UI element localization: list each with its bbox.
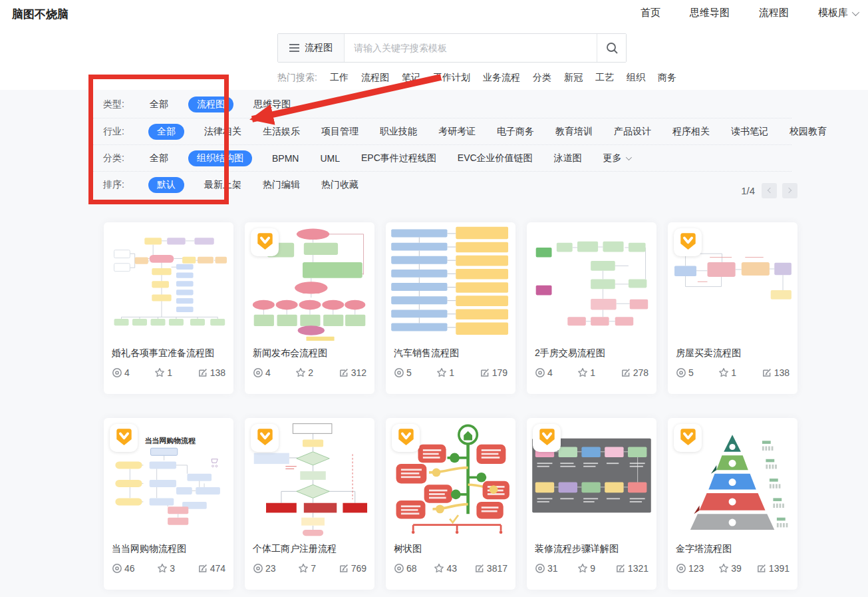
filter-option[interactable]: 校园教育 (788, 124, 828, 140)
prev-page-button[interactable] (762, 183, 777, 198)
filter-option[interactable]: 热门编辑 (261, 177, 301, 193)
hot-search-item[interactable]: 分类 (533, 72, 551, 84)
filter-option[interactable]: 泳道图 (553, 150, 583, 166)
template-grid: 婚礼各项事宜准备流程图41138 新闻发布会流程图42312 汽车销售流程图51… (104, 222, 797, 590)
chevron-down-icon (625, 154, 631, 160)
template-title: 当当网购物流程图 (104, 540, 233, 555)
views-count: 46 (124, 563, 135, 574)
filter-option[interactable]: 全部 (148, 124, 184, 140)
hot-search-item[interactable]: 工作计划 (433, 72, 470, 84)
template-card[interactable]: 汽车销售流程图51179 (386, 222, 515, 394)
search-input[interactable] (345, 34, 597, 62)
filter-option[interactable]: 程序相关 (671, 124, 711, 140)
filter-option-label: 职业技能 (380, 126, 417, 136)
filter-option[interactable]: 法律相关 (203, 124, 243, 140)
template-card[interactable]: 树状图68433817 (386, 418, 515, 590)
template-card[interactable]: 房屋买卖流程图51138 (668, 222, 797, 394)
template-title: 新闻发布会流程图 (245, 345, 374, 359)
template-card[interactable]: 装修流程步骤详解图3191321 (527, 418, 656, 590)
filter-option[interactable]: EPC事件过程线图 (360, 150, 438, 166)
next-page-button[interactable] (782, 183, 797, 198)
nav-item-home[interactable]: 首页 (641, 7, 660, 19)
hot-search-item[interactable]: 商务 (658, 72, 676, 84)
hot-search-item[interactable]: 工作 (330, 72, 349, 84)
filter-options: 全部法律相关生活娱乐项目管理职业技能考研考证电子商务教育培训产品设计程序相关读书… (148, 124, 828, 140)
filter-option[interactable]: 职业技能 (378, 124, 418, 140)
filter-label: 行业: (103, 126, 134, 138)
filter-option-label: 全部 (150, 99, 168, 109)
filter-options: 默认最新上架热门编辑热门收藏 (148, 177, 360, 193)
template-card[interactable]: 2手房交易流程图41278 (527, 222, 656, 394)
filter-option[interactable]: 产品设计 (613, 124, 652, 140)
nav-item-flowchart[interactable]: 流程图 (759, 7, 789, 19)
views-count: 4 (124, 367, 130, 378)
filter-option[interactable]: 最新上架 (203, 177, 243, 193)
stars-count: 7 (311, 563, 316, 574)
site-logo[interactable]: 脑图不烧脑 (12, 7, 69, 22)
filter-option[interactable]: BPMN (271, 151, 300, 166)
main-nav: 首页思维导图流程图模板库 (641, 7, 857, 19)
filter-option[interactable]: 组织结构图 (188, 150, 252, 166)
filter-option-label: 泳道图 (554, 152, 582, 163)
stars-count: 3 (170, 563, 175, 574)
stat-stars: 1 (436, 367, 454, 378)
views-count: 23 (265, 563, 276, 574)
hot-search-item[interactable]: 笔记 (402, 72, 420, 84)
template-stats: 123391391 (668, 555, 797, 574)
template-stats: 237769 (245, 555, 374, 574)
filter-option[interactable]: 流程图 (188, 97, 233, 112)
template-stats: 42312 (245, 359, 374, 378)
filter-option[interactable]: EVC企业价值链图 (456, 150, 534, 166)
hot-search-item[interactable]: 组织 (627, 72, 645, 84)
uses-icon (474, 563, 485, 574)
stat-uses: 769 (339, 563, 366, 574)
hot-search-item[interactable]: 流程图 (361, 72, 389, 84)
template-title: 婚礼各项事宜准备流程图 (104, 345, 233, 359)
template-card[interactable]: 新闻发布会流程图42312 (245, 222, 374, 394)
search-button[interactable] (597, 34, 626, 62)
svg-text:当当网购物流程: 当当网购物流程 (144, 437, 196, 445)
stat-uses: 138 (762, 367, 790, 378)
template-card[interactable]: 个体工商户注册流程237769 (245, 418, 374, 590)
hot-search-item[interactable]: 业务流程 (483, 72, 520, 84)
filter-option[interactable]: 电子商务 (496, 124, 535, 140)
uses-count: 1321 (628, 563, 649, 574)
stars-count: 43 (446, 563, 457, 574)
filter-option[interactable]: 默认 (148, 177, 184, 193)
uses-count: 278 (633, 367, 649, 378)
template-title: 个体工商户注册流程 (245, 540, 374, 555)
filter-option[interactable]: 教育培训 (554, 124, 594, 140)
nav-item-label: 流程图 (759, 7, 789, 19)
filter-option-label: 全部 (157, 126, 176, 136)
nav-item-mindmap[interactable]: 思维导图 (690, 7, 730, 19)
filter-option[interactable]: 全部 (148, 97, 170, 112)
stat-views: 46 (112, 563, 135, 574)
filter-option[interactable]: 热门收藏 (320, 177, 360, 193)
stat-stars: 1 (577, 367, 595, 378)
filter-option[interactable]: 项目管理 (320, 124, 360, 140)
filter-option[interactable]: UML (319, 151, 341, 166)
template-card[interactable]: 当当网购物流程 当当网购物流程图463474 (104, 418, 233, 590)
search-category-dropdown[interactable]: 流程图 (278, 34, 345, 62)
filter-option-label: 全部 (150, 152, 168, 163)
template-card[interactable]: 婚礼各项事宜准备流程图41138 (104, 222, 233, 394)
hot-search-item[interactable]: 工艺 (595, 72, 614, 84)
template-stats: 51138 (668, 359, 797, 378)
filter-option[interactable]: 读书笔记 (730, 124, 770, 140)
content-area: 类型:全部流程图思维导图行业:全部法律相关生活娱乐项目管理职业技能考研考证电子商… (0, 90, 868, 597)
nav-item-template-library[interactable]: 模板库 (818, 7, 857, 19)
filter-option[interactable]: 全部 (148, 150, 170, 166)
vip-badge (674, 228, 702, 256)
hot-search-item[interactable]: 新冠 (564, 72, 583, 84)
template-card[interactable]: 金字塔流程图123391391 (668, 418, 797, 590)
stat-uses: 1321 (615, 563, 649, 574)
vip-crown-icon (538, 427, 556, 449)
star-icon (157, 563, 168, 574)
filter-option[interactable]: 考研考证 (437, 124, 477, 140)
uses-icon (339, 563, 349, 574)
hot-search-label: 热门搜索: (277, 72, 317, 84)
filter-option[interactable]: 更多 (602, 150, 632, 166)
filter-option[interactable]: 思维导图 (252, 97, 292, 112)
filter-option[interactable]: 生活娱乐 (261, 124, 301, 140)
nav-item-label: 模板库 (818, 7, 848, 19)
